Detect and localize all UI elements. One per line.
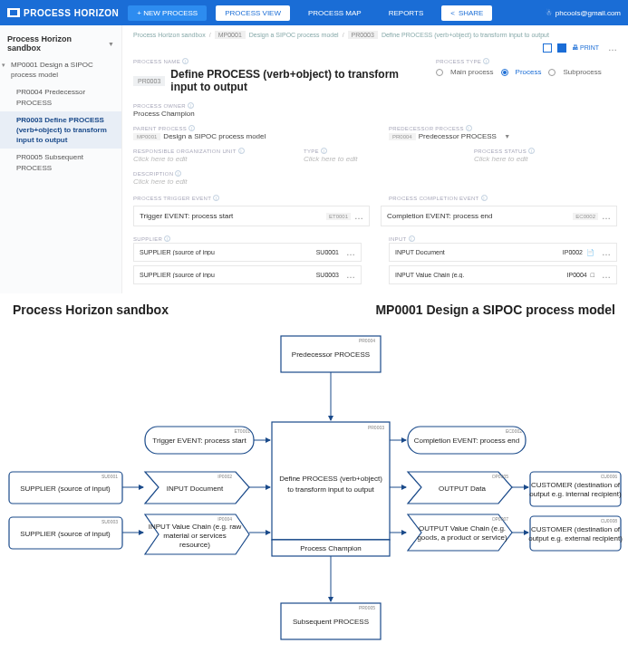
share-button[interactable]: < SHARE (441, 5, 492, 21)
process-code-tag: PR0003 (133, 76, 165, 86)
svg-text:IP0004: IP0004 (217, 516, 232, 522)
svg-text:Completion EVENT: process end: Completion EVENT: process end (414, 437, 520, 445)
info-icon: i (321, 148, 327, 154)
breadcrumb-root[interactable]: Process Horizon sandbox (133, 32, 206, 38)
description-input[interactable]: Click here to edit (133, 178, 617, 186)
info-icon: i (238, 148, 245, 154)
diagram-header: Process Horizon sandbox MP0001 Design a … (0, 293, 628, 322)
completion-section-label: PROCESS COMPLETION EVENTi (389, 195, 617, 201)
svg-text:CUSTOMER (destination of: CUSTOMER (destination of (531, 525, 621, 533)
status-input[interactable]: Click here to edit (474, 155, 617, 163)
svg-text:OUTPUT Data: OUTPUT Data (439, 485, 486, 493)
view-icon[interactable] (557, 43, 566, 53)
trigger-event-card[interactable]: Trigger EVENT: process start ET0001 … (133, 206, 370, 226)
svg-text:IP0002: IP0002 (217, 474, 232, 479)
svg-text:PR0004: PR0004 (359, 338, 375, 343)
svg-text:CU0006: CU0006 (601, 474, 618, 479)
status-label: PROCESS STATUSi (474, 148, 617, 154)
breadcrumb-mp-tag[interactable]: MP0001 (215, 31, 246, 39)
svg-text:CU0008: CU0008 (601, 518, 618, 523)
reports-button[interactable]: REPORTS (380, 5, 433, 21)
new-process-button[interactable]: + NEW PROCESS (128, 5, 207, 21)
app-header: PROCESS HORIZON + NEW PROCESS PROCESS VI… (0, 0, 628, 25)
info-icon: i (481, 195, 488, 201)
supplier-row[interactable]: SUPPLIER (source of inpu SU0001 … (133, 243, 362, 262)
more-icon[interactable]: … (602, 270, 611, 280)
resp-org-input[interactable]: Click here to edit (133, 155, 276, 163)
info-icon: i (175, 170, 181, 177)
page-title[interactable]: Define PROCESS (verb+object) to transfor… (170, 68, 418, 93)
user-email: phcools@gmail.com (556, 9, 621, 17)
process-view-button[interactable]: PROCESS VIEW (216, 5, 290, 21)
more-icon[interactable]: … (346, 270, 355, 280)
more-icon[interactable]: … (346, 247, 355, 257)
input-section-label: INPUTi (389, 235, 617, 242)
breadcrumb-pr-label: Define PROCESS (verb+object) to transfor… (382, 32, 549, 38)
radio-sub-label: Subprocess (563, 68, 601, 76)
type-input[interactable]: Click here to edit (304, 155, 447, 163)
info-icon: i (164, 235, 170, 242)
process-name-label: PROCESS NAMEi (133, 58, 418, 64)
radio-process-label: Process (516, 68, 542, 76)
info-icon: i (409, 235, 415, 242)
main-panel: Process Horizon sandbox / MP0001 Design … (122, 25, 628, 293)
supplier-row[interactable]: SUPPLIER (source of inpu SU0003 … (133, 265, 362, 284)
more-icon[interactable]: … (602, 247, 611, 257)
logo-icon (7, 8, 20, 17)
sidebar-item-pred[interactable]: PR0004 Predecessor PROCESS (0, 83, 121, 110)
more-icon[interactable]: … (602, 211, 611, 221)
more-icon[interactable]: … (354, 211, 363, 221)
radio-sub[interactable] (548, 69, 556, 76)
breadcrumb-mp-label[interactable]: Design a SIPOC process model (249, 32, 339, 38)
svg-text:Trigger EVENT: process start: Trigger EVENT: process start (152, 437, 246, 445)
share-icon: < (450, 9, 455, 17)
sidebar-item-subs[interactable]: PR0005 Subsequent PROCESS (0, 149, 121, 176)
process-type-label: PROCESS TYPEi (436, 58, 617, 64)
info-icon: i (213, 195, 219, 201)
svg-text:OUTPUT Value Chain (e.g.: OUTPUT Value Chain (e.g. (419, 524, 506, 533)
sidebar-item-define[interactable]: PR0003 Define PROCESS (verb+object) to t… (0, 111, 121, 149)
svg-text:SU0003: SU0003 (101, 519, 118, 524)
svg-text:Define PROCESS (verb+object): Define PROCESS (verb+object) (279, 475, 382, 483)
info-icon: i (528, 148, 535, 154)
doc-icon: 📄 (586, 249, 594, 256)
chevron-down-icon: ▼ (108, 41, 114, 47)
sidebar-item-mp[interactable]: ▾ MP0001 Design a SIPOC process model (0, 56, 121, 83)
info-icon: i (188, 102, 194, 109)
radio-main[interactable] (436, 69, 443, 76)
user-icon: ☃ (546, 9, 552, 17)
svg-text:output e.g. internal recipient: output e.g. internal recipient) (529, 490, 622, 498)
svg-text:Predecessor PROCESS: Predecessor PROCESS (292, 350, 370, 359)
info-icon: i (182, 58, 188, 64)
info-icon: i (466, 125, 472, 131)
predecessor-label: PREDECESSOR PROCESSi (389, 125, 617, 131)
completion-event-card[interactable]: Completion EVENT: process end EC0002 … (381, 206, 617, 226)
diagram-left-title: Process Horizon sandbox (13, 302, 169, 317)
more-icon[interactable]: … (608, 43, 617, 53)
caret-icon: ▾ (2, 61, 5, 70)
process-map-button[interactable]: PROCESS MAP (299, 5, 371, 21)
radio-main-label: Main process (450, 68, 494, 76)
parent-process-label: PARENT PROCESSi (133, 125, 362, 131)
svg-text:SUPPLIER (source of input): SUPPLIER (source of input) (20, 485, 111, 493)
diagram-right-title: MP0001 Design a SIPOC process model (375, 302, 615, 317)
svg-text:output e.g. external recipient: output e.g. external recipient) (528, 534, 623, 542)
sidebar-title[interactable]: Process Horizon sandbox ▼ (0, 31, 121, 56)
svg-text:material or services: material or services (163, 532, 226, 540)
input-row[interactable]: INPUT Document IP0002 📄 … (389, 243, 617, 262)
svg-text:SU0001: SU0001 (101, 474, 118, 479)
supplier-section-label: SUPPLIERi (133, 235, 362, 242)
process-owner-value[interactable]: Process Champion (133, 110, 617, 118)
user-menu[interactable]: ☃ phcools@gmail.com (546, 9, 621, 17)
svg-text:Process Champion: Process Champion (300, 544, 362, 552)
predecessor-value[interactable]: PR0004Predecessor PROCESS ▼ (389, 132, 617, 140)
svg-text:resource): resource) (179, 541, 210, 549)
brand-logo: PROCESS HORIZON (7, 8, 119, 18)
copy-icon[interactable] (543, 43, 552, 53)
chevron-down-icon[interactable]: ▼ (504, 133, 510, 139)
radio-process[interactable] (501, 69, 508, 76)
print-button[interactable]: 🖶 PRINT (572, 44, 599, 51)
parent-process-value[interactable]: MP0001Design a SIPOC process model (133, 132, 362, 140)
sidebar-item-id: PR0005 (16, 153, 43, 161)
input-row[interactable]: INPUT Value Chain (e.g. IP0004 □ … (389, 265, 617, 284)
